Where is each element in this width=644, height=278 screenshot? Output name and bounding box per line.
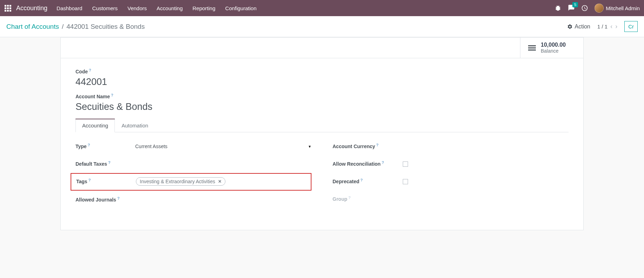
deprecated-row: Deprecated? [333, 177, 569, 186]
balance-label: Balance [541, 48, 566, 54]
apps-icon[interactable] [4, 5, 11, 12]
balance-value: 10,000.00 [541, 42, 566, 48]
breadcrumb-root[interactable]: Chart of Accounts [6, 23, 59, 31]
nav-customers[interactable]: Customers [92, 5, 118, 11]
app-brand[interactable]: Accounting [16, 5, 47, 12]
group-row: Group? [333, 194, 569, 204]
help-icon[interactable]: ? [382, 160, 384, 165]
control-right: Action 1 / 1 ‹ › Cr [567, 21, 638, 32]
bug-icon[interactable] [554, 5, 561, 12]
tags-row: Tags? Investing & Extraordinary Activiti… [71, 177, 307, 186]
default-taxes-row: Default Taxes? [75, 159, 311, 169]
tags-highlight-box: Tags? Investing & Extraordinary Activiti… [71, 173, 311, 191]
gear-icon [567, 24, 573, 29]
form-body: Code ? 442001 Account Name ? Secuities &… [61, 58, 583, 230]
messages-button[interactable]: 5 [568, 4, 575, 12]
nav-configuration[interactable]: Configuration [225, 5, 256, 11]
top-navbar: Accounting Dashboard Customers Vendors A… [0, 0, 644, 16]
help-icon[interactable]: ? [89, 68, 91, 72]
chevron-down-icon: ▼ [308, 145, 311, 148]
breadcrumb-current: 442001 Secuities & Bonds [66, 23, 145, 31]
bars-icon [528, 45, 536, 51]
currency-row: Account Currency? [333, 141, 569, 151]
breadcrumb-separator: / [62, 23, 64, 31]
messages-badge: 5 [572, 2, 578, 7]
deprecated-checkbox[interactable] [403, 179, 408, 184]
user-menu[interactable]: Mitchell Admin [594, 4, 640, 13]
reconcile-checkbox[interactable] [403, 161, 408, 167]
allowed-journals-row: Allowed Journals? [75, 195, 311, 205]
stat-row: 10,000.00 Balance [61, 38, 583, 58]
tabs: Accounting Automation [75, 119, 569, 132]
name-label: Account Name ? [75, 94, 569, 99]
tag-chip[interactable]: Investing & Extraordinary Activities ✕ [136, 177, 225, 186]
type-select[interactable]: Current Assets ▼ [135, 144, 311, 149]
right-column: Account Currency? Allow Reconciliation? … [333, 141, 569, 212]
pager-text[interactable]: 1 / 1 [597, 24, 607, 29]
topbar-right: 5 Mitchell Admin [554, 4, 640, 13]
tags-input[interactable]: Investing & Extraordinary Activities ✕ [136, 177, 307, 186]
pager-next-icon[interactable]: › [615, 23, 617, 30]
pager: 1 / 1 ‹ › [597, 23, 617, 30]
tag-label: Investing & Extraordinary Activities [140, 179, 215, 184]
form-sheet: 10,000.00 Balance Code ? 442001 Account … [60, 37, 584, 230]
user-name: Mitchell Admin [606, 5, 640, 11]
help-icon[interactable]: ? [88, 143, 90, 147]
help-icon[interactable]: ? [88, 178, 91, 182]
action-button[interactable]: Action [567, 24, 590, 30]
code-label: Code ? [75, 69, 569, 74]
avatar [594, 4, 604, 13]
action-label: Action [575, 24, 590, 30]
help-icon[interactable]: ? [376, 143, 379, 147]
balance-stat[interactable]: 10,000.00 Balance [520, 38, 583, 58]
help-icon[interactable]: ? [348, 196, 351, 200]
code-value[interactable]: 442001 [75, 77, 569, 87]
nav-accounting[interactable]: Accounting [157, 5, 183, 11]
nav-vendors[interactable]: Vendors [127, 5, 147, 11]
close-icon[interactable]: ✕ [218, 179, 222, 184]
help-icon[interactable]: ? [108, 160, 111, 165]
nav-dashboard[interactable]: Dashboard [57, 5, 82, 11]
breadcrumb: Chart of Accounts / 442001 Secuities & B… [6, 23, 145, 31]
help-icon[interactable]: ? [360, 178, 363, 182]
reconcile-row: Allow Reconciliation? [333, 159, 569, 169]
tab-accounting[interactable]: Accounting [75, 119, 115, 132]
left-column: Type? Current Assets ▼ Default Taxes? Ta… [75, 141, 311, 212]
type-value: Current Assets [135, 144, 167, 149]
name-value[interactable]: Secuities & Bonds [75, 101, 569, 112]
form-columns: Type? Current Assets ▼ Default Taxes? Ta… [75, 141, 569, 212]
nav-reporting[interactable]: Reporting [192, 5, 215, 11]
pager-prev-icon[interactable]: ‹ [610, 23, 612, 30]
control-bar: Chart of Accounts / 442001 Secuities & B… [0, 16, 644, 37]
type-row: Type? Current Assets ▼ [75, 141, 311, 151]
clock-icon[interactable] [581, 5, 588, 12]
help-icon[interactable]: ? [111, 93, 113, 97]
nav-menu: Dashboard Customers Vendors Accounting R… [57, 5, 256, 11]
create-button[interactable]: Cr [624, 21, 638, 32]
help-icon[interactable]: ? [117, 196, 120, 200]
tab-automation[interactable]: Automation [115, 119, 155, 132]
